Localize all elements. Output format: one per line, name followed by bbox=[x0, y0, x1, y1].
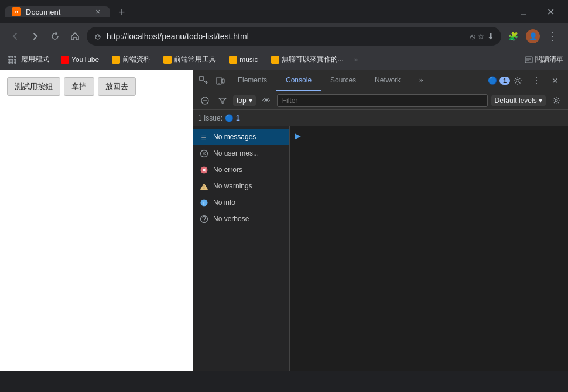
svg-rect-2 bbox=[494, 12, 499, 12]
filter-verbose[interactable]: No verbose bbox=[193, 211, 289, 227]
reader-mode-icon bbox=[525, 56, 533, 64]
forward-button[interactable] bbox=[27, 28, 43, 44]
settings-button[interactable] bbox=[509, 73, 526, 89]
svg-text:B: B bbox=[15, 9, 18, 15]
devtools-more-button[interactable]: ⋮ bbox=[528, 73, 545, 89]
svg-point-26 bbox=[203, 221, 204, 221]
download-icon[interactable]: ⬇ bbox=[487, 32, 494, 41]
address-bar[interactable]: http://localhost/peanu/todo-list/test.ht… bbox=[87, 27, 501, 46]
tab-sources[interactable]: Sources bbox=[321, 70, 365, 91]
errors-label: No errors bbox=[213, 166, 242, 174]
bookmark-youtube-label: YouTube bbox=[71, 56, 99, 64]
bookmark-frontend-data[interactable]: 前端資料 bbox=[107, 53, 155, 66]
errors-icon bbox=[199, 165, 208, 174]
bookmark-music[interactable]: music bbox=[224, 54, 262, 65]
svg-text:!: ! bbox=[203, 184, 205, 190]
clear-console-button[interactable] bbox=[198, 94, 212, 108]
home-button[interactable] bbox=[67, 28, 83, 44]
filter-user-messages[interactable]: No user mes... bbox=[193, 145, 289, 161]
context-value: top bbox=[237, 97, 247, 105]
bookmark-youtube[interactable]: YouTube bbox=[56, 54, 104, 65]
share-icon[interactable]: ⎋ bbox=[470, 32, 475, 41]
minimize-button[interactable] bbox=[484, 2, 509, 21]
svg-rect-10 bbox=[217, 77, 221, 84]
expand-arrow[interactable]: ▶ bbox=[295, 131, 301, 140]
page-content: 測試用按鈕 拿掉 放回去 bbox=[0, 70, 193, 371]
eye-button[interactable]: 👁 bbox=[259, 94, 273, 108]
bookmark-fun[interactable]: 無聊可以來實作的... bbox=[266, 53, 348, 66]
main-area: 測試用按鈕 拿掉 放回去 Elements Console Sources bbox=[0, 70, 568, 371]
tab-network-label: Network bbox=[375, 76, 401, 84]
apps-button[interactable]: 應用程式 bbox=[5, 53, 53, 66]
svg-rect-11 bbox=[222, 79, 224, 83]
svg-rect-3 bbox=[521, 9, 526, 15]
putback-button[interactable]: 放回去 bbox=[98, 77, 136, 96]
inspect-element-button[interactable] bbox=[196, 73, 212, 89]
tab-more[interactable]: » bbox=[410, 70, 433, 91]
tab-title: Document bbox=[26, 8, 60, 16]
tab-console[interactable]: Console bbox=[276, 70, 321, 91]
profile-button[interactable]: 👤 bbox=[525, 28, 541, 44]
levels-arrow-icon: ▾ bbox=[539, 97, 542, 105]
tab-sources-label: Sources bbox=[330, 76, 356, 84]
active-tab[interactable]: B Document × bbox=[5, 6, 110, 17]
levels-label: Default levels bbox=[495, 97, 537, 105]
tab-network[interactable]: Network bbox=[365, 70, 410, 91]
issues-bar: 1 Issue: 🔵 1 bbox=[193, 110, 568, 126]
console-settings-button[interactable] bbox=[549, 94, 563, 108]
bookmark-music-label: music bbox=[239, 56, 258, 64]
new-tab-button[interactable]: + bbox=[112, 3, 131, 22]
info-icon: i bbox=[199, 198, 208, 207]
window-controls: ✕ bbox=[484, 2, 563, 21]
reload-button[interactable] bbox=[47, 28, 63, 44]
more-button[interactable]: ⋮ bbox=[545, 28, 561, 44]
remove-button[interactable]: 拿掉 bbox=[64, 77, 94, 96]
console-filter-toggle[interactable] bbox=[215, 94, 230, 108]
console-main-area: ▶ bbox=[290, 126, 568, 371]
reader-mode-label: 閱讀清單 bbox=[535, 54, 563, 64]
bookmark-frontend-tools[interactable]: 前端常用工具 bbox=[159, 53, 221, 66]
svg-point-16 bbox=[555, 99, 557, 102]
issue-badge: 1 bbox=[499, 77, 510, 85]
user-messages-label: No user mes... bbox=[213, 149, 259, 157]
filter-input[interactable] bbox=[277, 94, 488, 107]
bookmark-icon[interactable]: ☆ bbox=[477, 32, 485, 41]
devtools-panel: Elements Console Sources Network » 🔵 1 bbox=[193, 70, 568, 371]
device-toggle-button[interactable] bbox=[212, 73, 228, 89]
address-icons: ⎋ ☆ ⬇ bbox=[470, 32, 494, 41]
issues-button[interactable]: 🔵 1 bbox=[491, 73, 507, 89]
tab-elements[interactable]: Elements bbox=[228, 70, 276, 91]
issues-label: 1 Issue: bbox=[198, 114, 223, 122]
warnings-icon: ! bbox=[199, 181, 208, 191]
filter-warnings[interactable]: ! No warnings bbox=[193, 178, 289, 194]
filter-info[interactable]: i No info bbox=[193, 194, 289, 211]
maximize-button[interactable] bbox=[511, 2, 536, 21]
reader-mode[interactable]: 閱讀清單 bbox=[525, 54, 563, 64]
close-window-button[interactable]: ✕ bbox=[538, 2, 563, 21]
tab-favicon: B bbox=[12, 7, 21, 16]
warnings-label: No warnings bbox=[213, 182, 252, 190]
bookmarks-more[interactable]: » bbox=[352, 54, 361, 65]
bookmark-frontend-tools-label: 前端常用工具 bbox=[174, 54, 216, 64]
filter-errors[interactable]: No errors bbox=[193, 161, 289, 178]
console-sidebar: ≡ No messages No user mes... No errors bbox=[193, 126, 290, 371]
svg-point-13 bbox=[516, 79, 519, 82]
filter-all-messages[interactable]: ≡ No messages bbox=[193, 129, 289, 145]
log-levels-selector[interactable]: Default levels ▾ bbox=[491, 95, 546, 106]
close-devtools-button[interactable]: ✕ bbox=[547, 73, 563, 89]
console-content: ≡ No messages No user mes... No errors bbox=[193, 126, 568, 371]
extensions-button[interactable]: 🧩 bbox=[505, 28, 521, 44]
tab-elements-label: Elements bbox=[238, 76, 267, 84]
bookmark-fun-label: 無聊可以來實作的... bbox=[282, 54, 344, 64]
bookmark-frontend-data-label: 前端資料 bbox=[122, 54, 150, 64]
devtools-toolbar: Elements Console Sources Network » 🔵 1 bbox=[193, 70, 568, 91]
lock-icon bbox=[94, 32, 102, 40]
context-selector[interactable]: top ▾ bbox=[233, 95, 256, 106]
issues-count: 1 bbox=[236, 114, 240, 122]
all-messages-icon: ≡ bbox=[199, 132, 208, 142]
title-bar: B Document × + ✕ bbox=[0, 0, 568, 23]
test-button[interactable]: 測試用按鈕 bbox=[7, 77, 60, 96]
close-tab-button[interactable]: × bbox=[93, 6, 103, 17]
back-button[interactable] bbox=[7, 28, 23, 44]
user-messages-icon bbox=[199, 149, 208, 158]
